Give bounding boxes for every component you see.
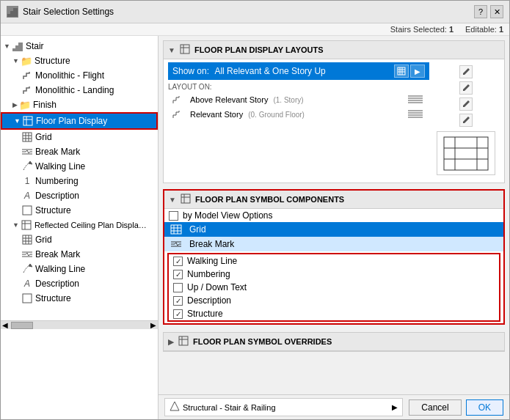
walking-line-comp-label: Walking Line	[187, 256, 237, 266]
show-on-grid-btn[interactable]	[394, 65, 409, 78]
grid2-label: Grid	[35, 235, 52, 245]
structure-icon	[21, 205, 33, 216]
main-content: ▼ Stair ▼ 📁 Structure	[1, 36, 509, 419]
letter-a-icon: A	[21, 278, 33, 290]
walking-line-icon	[21, 161, 33, 172]
tree-item-monolithic-flight[interactable]: Monolithic - Flight	[1, 68, 158, 83]
structure-label: Structure	[34, 56, 70, 66]
comp-row-by-model[interactable]: by Model View Options	[164, 209, 503, 222]
comp-row-description[interactable]: Description	[169, 294, 499, 307]
info-bar: Stairs Selected: 1 Editable: 1	[1, 23, 509, 36]
window-title: Stair Selection Settings	[23, 7, 114, 17]
show-on-bar: Show on: All Relevant & One Story Up	[168, 62, 429, 80]
description-checkbox[interactable]	[173, 296, 183, 306]
symbol-components-body: by Model View Options	[164, 209, 503, 322]
collapse-right-icon[interactable]: ▶	[168, 338, 174, 346]
svg-rect-1	[10, 11, 13, 17]
layout-on-label: LAYOUT ON:	[168, 83, 429, 91]
description-comp-label: Description	[187, 295, 231, 306]
structural-dropdown[interactable]: Structural - Stair & Railing ▶	[164, 398, 403, 416]
preview-controls	[432, 62, 500, 180]
tree-item-grid2[interactable]: Grid	[1, 232, 158, 247]
close-button[interactable]: ✕	[490, 5, 503, 18]
scroll-thumb[interactable]	[11, 322, 33, 329]
svg-rect-50	[444, 137, 488, 170]
layout-row-above[interactable]: Above Relevant Story (1. Story)	[168, 92, 429, 107]
right-side-icons	[459, 65, 473, 127]
up-down-checkbox[interactable]	[173, 283, 183, 292]
tree-item-floor-plan-display[interactable]: ▼ Floor Plan Display	[2, 114, 156, 128]
stair-label: Stair	[26, 41, 44, 51]
tree-item-structure3[interactable]: Structure	[1, 291, 158, 306]
monolithic-landing-label: Monolithic - Landing	[35, 85, 114, 95]
pencil-icon2[interactable]	[459, 81, 473, 95]
layout-lines-icon2	[404, 109, 426, 119]
floor-plan-section-icon	[181, 194, 191, 205]
tree-item-walking-line[interactable]: Walking Line	[1, 159, 158, 174]
tree-item-stair[interactable]: ▼ Stair	[1, 39, 158, 54]
symbol-components-title: FLOOR PLAN SYMBOL COMPONENTS	[195, 195, 344, 204]
tree-item-break-mark2[interactable]: Break Mark	[1, 247, 158, 262]
structure-comp-label: Structure	[187, 309, 223, 319]
scroll-right-btn[interactable]: ▶	[150, 321, 156, 329]
svg-marker-32	[29, 264, 32, 267]
description2-label: Description	[35, 279, 79, 289]
tree-item-break-mark[interactable]: Break Mark	[1, 144, 158, 159]
tree-item-grid[interactable]: Grid	[1, 130, 158, 144]
comp-row-structure[interactable]: Structure	[169, 307, 499, 320]
svg-rect-4	[15, 45, 18, 51]
svg-rect-58	[171, 225, 181, 234]
numbering-checkbox[interactable]	[173, 270, 183, 279]
structural-label: Structural - Stair & Railing	[183, 403, 276, 412]
tree-item-structure[interactable]: ▼ 📁 Structure	[1, 54, 158, 68]
numbering-comp-label: Numbering	[187, 269, 230, 279]
show-on-expand-btn[interactable]: ▶	[410, 65, 425, 78]
tree-item-numbering[interactable]: 1 Numbering	[1, 174, 158, 188]
reflected-ceiling-icon	[21, 219, 32, 231]
tree-item-reflected-ceiling[interactable]: ▼ Reflected Ceiling Plan Displa…	[1, 218, 158, 232]
pencil-icon4[interactable]	[459, 114, 473, 127]
tree-item-description[interactable]: A Description	[1, 188, 158, 203]
help-button[interactable]: ?	[474, 5, 487, 18]
show-on-buttons: ▶	[394, 65, 425, 78]
comp-row-up-down[interactable]: Up / Down Text	[169, 281, 499, 294]
svg-rect-3	[12, 48, 15, 51]
collapse-icon[interactable]: ▼	[168, 46, 175, 54]
floor-plan-symbol-components-section: ▼ FLOOR PLAN SYMBOL COMPONENTS	[163, 189, 505, 325]
tree-item-finish[interactable]: ▶ 📁 Finish	[1, 97, 158, 112]
comp-row-break-mark[interactable]: Break Mark	[164, 237, 503, 251]
tree-item-description2[interactable]: A Description	[1, 276, 158, 291]
grid-comp-icon	[169, 224, 183, 235]
walking-line-icon	[21, 263, 33, 275]
scroll-left-btn[interactable]: ◀	[2, 321, 8, 329]
floor-plan-display-layouts-section: ▼ FLOOR PLAN DISPLAY LAYOUTS	[163, 40, 505, 183]
left-panel-scrollbar[interactable]: ◀ ▶	[1, 320, 158, 329]
svg-rect-0	[7, 14, 10, 17]
tree-item-structure2[interactable]: Structure	[1, 203, 158, 218]
symbol-overrides-title: FLOOR PLAN SYMBOL OVERRIDES	[193, 337, 332, 346]
stair-app-icon	[7, 6, 18, 18]
comp-row-numbering[interactable]: Numbering	[169, 268, 499, 281]
layout-row-relevant[interactable]: Relevant Story (0. Ground Floor)	[168, 107, 429, 122]
structure-checkbox[interactable]	[173, 309, 183, 319]
show-on-text: Show on: All Relevant & One Story Up	[172, 66, 326, 76]
bottom-bar: Structural - Stair & Railing ▶ Cancel OK	[159, 394, 509, 419]
ok-button[interactable]: OK	[466, 399, 503, 416]
cancel-button[interactable]: Cancel	[409, 399, 461, 416]
tree-item-walking-line2[interactable]: Walking Line	[1, 262, 158, 276]
by-model-checkbox[interactable]	[169, 211, 178, 221]
comp-row-walking-line[interactable]: Walking Line	[169, 254, 499, 268]
tree-item-monolithic-landing[interactable]: Monolithic - Landing	[1, 83, 158, 97]
pencil-icon3[interactable]	[459, 97, 473, 111]
structure-icon	[21, 292, 33, 304]
break-mark-label: Break Mark	[35, 147, 80, 157]
comp-row-grid[interactable]: Grid	[164, 222, 503, 237]
collapse-icon[interactable]: ▼	[169, 196, 176, 204]
folder-icon: 📁	[21, 55, 32, 67]
above-relevant-text: Above Relevant Story (1. Story)	[190, 95, 400, 104]
walking-line2-label: Walking Line	[35, 264, 85, 274]
break-mark-icon	[21, 248, 33, 260]
pencil-icon[interactable]	[459, 65, 473, 78]
folder-icon: 📁	[19, 99, 31, 111]
walking-line-checkbox[interactable]	[173, 257, 183, 266]
